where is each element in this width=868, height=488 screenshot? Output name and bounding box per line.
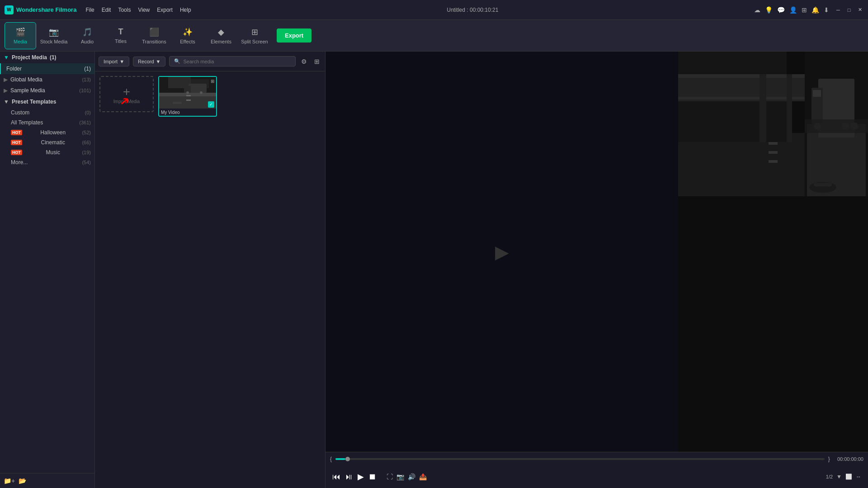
sample-media-count: (101) — [79, 88, 91, 93]
bell-icon[interactable]: 🔔 — [811, 6, 819, 14]
svg-rect-20 — [787, 74, 792, 142]
screenshot-icon[interactable]: 📷 — [396, 473, 404, 480]
left-panel: ▼ Project Media (1) Folder (1) ▶ Global … — [0, 52, 95, 488]
scrubber-left-bracket[interactable]: { — [330, 456, 332, 462]
menu-edit[interactable]: Edit — [102, 7, 111, 13]
elements-icon: ◆ — [218, 27, 224, 37]
audio-icon: 🎵 — [82, 27, 92, 37]
collapse-icon2: ▼ — [4, 99, 9, 105]
svg-point-11 — [200, 91, 203, 94]
add-folder-icon[interactable]: 📁+ — [4, 477, 15, 484]
toolbar-titles[interactable]: T Titles — [105, 22, 137, 49]
speed-controls: 1/2 ▼ ⬜ ↔ — [826, 474, 861, 480]
play-pause-button[interactable]: ⏯ — [345, 472, 353, 482]
import-dropdown-icon[interactable]: ▼ — [119, 59, 124, 64]
more-templates-item[interactable]: More... (54) — [0, 157, 94, 167]
toolbar-elements[interactable]: ◆ Elements — [205, 22, 237, 49]
preview-right — [678, 52, 868, 452]
stop-button[interactable]: ⏹ — [368, 472, 377, 482]
playback-extra-icons: ⛶ 📷 🔊 📤 — [381, 473, 427, 480]
fit-icon[interactable]: ↔ — [856, 474, 861, 480]
bulb-icon[interactable]: 💡 — [765, 6, 773, 14]
audio-control-icon[interactable]: 🔊 — [408, 473, 415, 480]
scrubber-right-bracket[interactable]: } — [828, 456, 830, 462]
my-video-thumb[interactable]: ⊞ My Video ✓ — [158, 76, 217, 117]
menu-view[interactable]: View — [138, 7, 150, 13]
grid-icon: ⊞ — [211, 79, 214, 84]
project-media-count: (1) — [50, 54, 57, 61]
menu-bar: File Edit Tools View Export Help — [85, 7, 191, 13]
download-icon[interactable]: ⬇ — [824, 6, 829, 14]
project-media-header[interactable]: ▼ Project Media (1) — [0, 52, 94, 63]
video-preview-container — [678, 52, 868, 196]
close-button[interactable]: ✕ — [856, 6, 863, 14]
speed-dropdown-icon[interactable]: ▼ — [836, 474, 842, 480]
halloween-item[interactable]: HOT Halloween (52) — [0, 128, 94, 137]
svg-rect-4 — [186, 99, 191, 101]
road-preview-svg — [678, 52, 868, 196]
cinematic-item[interactable]: HOT Cinematic (66) — [0, 137, 94, 147]
folder-item[interactable]: Folder (1) — [0, 63, 94, 74]
toolbar-stock-media[interactable]: 📷 Stock Media — [38, 22, 70, 49]
menu-tools[interactable]: Tools — [118, 7, 131, 13]
expand-preview-icon[interactable]: ⬜ — [845, 474, 852, 480]
fullscreen-icon[interactable]: ⛶ — [387, 473, 393, 480]
halloween-label: Halloween — [40, 129, 66, 136]
media-label: Media — [14, 39, 27, 44]
export-frame-icon[interactable]: 📤 — [419, 473, 427, 480]
record-label: Record — [138, 59, 154, 64]
split-screen-icon: ⊞ — [251, 27, 258, 37]
svg-rect-12 — [173, 102, 182, 104]
record-dropdown-icon[interactable]: ▼ — [156, 59, 161, 64]
scrubber-progress — [335, 458, 345, 460]
record-button[interactable]: Record ▼ — [133, 57, 165, 66]
toolbar-media[interactable]: 🎬 Media — [5, 22, 36, 49]
more-count: (54) — [82, 160, 91, 165]
export-button[interactable]: Export — [277, 28, 311, 43]
minimize-button[interactable]: ─ — [835, 6, 842, 14]
effects-label: Effects — [180, 39, 195, 44]
panel-bottom-icons: 📁+ 📂 — [0, 473, 94, 488]
audio-label: Audio — [81, 39, 94, 44]
play-forward-button[interactable]: ▶ — [358, 472, 364, 482]
toolbar-transitions[interactable]: ⬛ Transitions — [138, 22, 170, 49]
app-logo: W Wondershare Filmora — [5, 5, 76, 14]
search-input[interactable] — [183, 59, 291, 64]
import-label: Import — [104, 59, 118, 64]
custom-label: Custom — [11, 109, 29, 116]
grid-icon[interactable]: ⊞ — [802, 6, 807, 14]
user-icon[interactable]: 👤 — [789, 6, 797, 14]
filter-icon[interactable]: ⚙ — [299, 56, 309, 67]
grid-view-icon[interactable]: ⊞ — [312, 56, 321, 67]
sample-media-item[interactable]: ▶ Sample Media (101) — [0, 85, 94, 96]
toolbar-audio[interactable]: 🎵 Audio — [71, 22, 103, 49]
playback-controls: ⏮ ⏯ ▶ ⏹ ⛶ 📷 🔊 📤 1/2 ▼ ⬜ ↔ — [326, 466, 868, 488]
sample-media-label-wrap: ▶ Sample Media — [4, 87, 45, 94]
cloud-icon[interactable]: ☁ — [754, 6, 760, 14]
split-screen-label: Split Screen — [241, 39, 268, 44]
sample-media-label: Sample Media — [10, 87, 45, 94]
menu-file[interactable]: File — [85, 7, 94, 13]
all-templates-item[interactable]: All Templates (361) — [0, 118, 94, 128]
custom-item[interactable]: Custom (0) — [0, 108, 94, 118]
maximize-button[interactable]: □ — [845, 6, 853, 14]
step-back-button[interactable]: ⏮ — [332, 472, 340, 482]
scrubber-bar[interactable] — [335, 458, 825, 460]
titles-label: Titles — [115, 38, 127, 44]
preview-top: ▶ — [326, 52, 868, 452]
music-item[interactable]: HOT Music (19) — [0, 147, 94, 157]
toolbar-split-screen[interactable]: ⊞ Split Screen — [239, 22, 270, 49]
menu-help[interactable]: Help — [180, 7, 191, 13]
global-media-item[interactable]: ▶ Global Media (13) — [0, 74, 94, 85]
folder-icon[interactable]: 📂 — [19, 477, 26, 484]
media-area: Import ▼ Record ▼ 🔍 ⚙ ⊞ ➔ + Import Media — [95, 52, 326, 488]
toolbar-effects[interactable]: ✨ Effects — [172, 22, 203, 49]
chat-icon[interactable]: 💬 — [777, 6, 785, 14]
all-templates-label: All Templates — [11, 119, 43, 126]
import-button[interactable]: Import ▼ — [99, 57, 129, 66]
custom-count: (0) — [85, 110, 91, 115]
more-label: More... — [11, 159, 28, 166]
menu-export[interactable]: Export — [157, 7, 173, 13]
music-label: Music — [46, 149, 60, 156]
preset-templates-header[interactable]: ▼ Preset Templates — [0, 96, 94, 108]
